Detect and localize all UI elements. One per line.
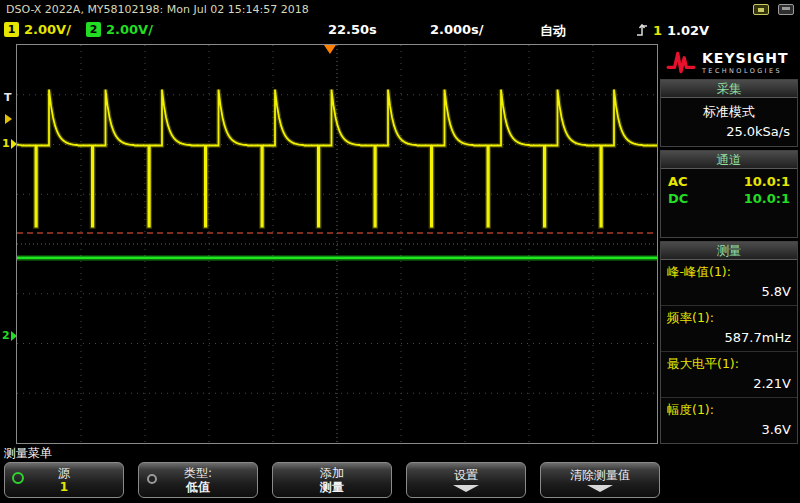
- channel-coupling-row: DC10.0:1: [661, 190, 797, 207]
- channels-panel: 通道 AC10.0:1DC10.0:1: [660, 150, 798, 238]
- trigger-level-marker-icon: [5, 114, 12, 124]
- measurement-rows: 峰-峰值(1):5.8V频率(1):587.7mHz最大电平(1):2.21V幅…: [661, 260, 797, 443]
- menu-title: 测量菜单: [4, 445, 796, 462]
- channel2-ground-label: 2: [2, 330, 10, 342]
- channel1-ground-marker: 1: [2, 138, 17, 150]
- chevron-down-icon: [453, 485, 479, 492]
- instrument-title: DSO-X 2022A, MY58102198: Mon Jul 02 15:1…: [6, 3, 309, 16]
- coupling-label: AC: [668, 174, 688, 189]
- softkey-top-label: 类型:: [184, 466, 212, 480]
- softkey-bottom-label: 测量: [320, 480, 344, 494]
- measurement-label: 幅度(1):: [667, 402, 791, 419]
- softkey-top-label: 设置: [454, 468, 478, 482]
- measurement-value: 587.7mHz: [667, 327, 791, 345]
- measurement-label: 频率(1):: [667, 310, 791, 327]
- keysight-spark-icon: [666, 49, 696, 75]
- softkey-menu: 测量菜单 源1类型:低值添加测量设置清除测量值: [0, 444, 800, 503]
- measurement-entry: 峰-峰值(1):5.8V: [661, 260, 797, 306]
- brand-text: KEYSIGHT TECHNOLOGIES: [702, 50, 789, 75]
- waveform-display: [16, 44, 658, 444]
- channel2-badge: 2: [86, 22, 101, 37]
- measurement-value: 5.8V: [667, 281, 791, 299]
- brand-subtitle: TECHNOLOGIES: [702, 67, 789, 75]
- measurement-entry: 最大电平(1):2.21V: [661, 352, 797, 398]
- softkey-bottom-label: 低值: [186, 480, 210, 494]
- acquisition-mode: 标准模式: [661, 98, 797, 121]
- softkey-top-label: 清除测量值: [570, 468, 630, 482]
- acquisition-panel: 采集 标准模式 25.0kSa/s: [660, 79, 798, 147]
- main-area: T 1 2: [0, 44, 800, 444]
- channel2-status: 2 2.00V/: [86, 22, 153, 37]
- keysight-logo: KEYSIGHT TECHNOLOGIES: [660, 44, 798, 76]
- measurement-value: 3.6V: [667, 419, 791, 437]
- oscilloscope-screen: DSO-X 2022A, MY58102198: Mon Jul 02 15:1…: [0, 0, 800, 503]
- softkey-bar: 源1类型:低值添加测量设置清除测量值: [4, 462, 660, 498]
- trigger-mode: 自动: [540, 22, 566, 40]
- coupling-label: DC: [668, 191, 688, 206]
- channel2-scale: 2.00V/: [106, 22, 153, 37]
- softkey-bottom-label: 1: [60, 480, 68, 494]
- measurements-panel: 测量 峰-峰值(1):5.8V频率(1):587.7mHz最大电平(1):2.2…: [660, 241, 798, 444]
- time-position: 22.50s: [328, 22, 377, 37]
- channel1-badge: 1: [4, 22, 19, 37]
- channels-header: 通道: [661, 151, 797, 169]
- trigger-level: 1.02V: [667, 23, 709, 38]
- ring-icon: [147, 474, 157, 484]
- acquisition-header: 采集: [661, 80, 797, 98]
- channel-coupling-row: AC10.0:1: [661, 173, 797, 190]
- channels-rows: AC10.0:1DC10.0:1: [661, 169, 797, 237]
- channel1-status: 1 2.00V/: [4, 22, 71, 37]
- time-scale: 2.000s/: [430, 22, 484, 37]
- channel2-ground-marker: 2: [2, 330, 17, 342]
- measurement-entry: 频率(1):587.7mHz: [661, 306, 797, 352]
- scope-svg: [17, 45, 657, 443]
- trigger-source: 1: [653, 23, 662, 38]
- brand-name: KEYSIGHT: [702, 50, 789, 66]
- probe-ratio: 10.0:1: [744, 191, 790, 206]
- cycle-icon: [12, 472, 24, 484]
- chevron-down-icon: [587, 485, 613, 492]
- softkey-clear-measurements[interactable]: 清除测量值: [540, 462, 660, 498]
- softkey-top-label: 添加: [320, 466, 344, 480]
- edge-trigger-icon: [636, 22, 648, 38]
- channel1-ground-label: 1: [2, 138, 10, 150]
- disk-icon: [753, 4, 769, 15]
- softkey-top-label: 源: [58, 466, 70, 480]
- measurement-label: 最大电平(1):: [667, 356, 791, 373]
- measurements-header: 测量: [661, 242, 797, 260]
- measurement-entry: 幅度(1):3.6V: [661, 398, 797, 443]
- trigger-position-marker-icon: [324, 45, 336, 54]
- measurement-label: 峰-峰值(1):: [667, 264, 791, 281]
- status-bar: 1 2.00V/ 2 2.00V/ 22.50s 2.000s/ 自动 1 1.…: [0, 18, 800, 44]
- measurement-value: 2.21V: [667, 373, 791, 391]
- printer-icon: [778, 4, 794, 15]
- sample-rate: 25.0kSa/s: [661, 121, 797, 146]
- softkey-settings[interactable]: 设置: [406, 462, 526, 498]
- softkey-source[interactable]: 源1: [4, 462, 124, 498]
- probe-ratio: 10.0:1: [744, 174, 790, 189]
- left-marker-column: T 1 2: [0, 44, 16, 444]
- title-bar: DSO-X 2022A, MY58102198: Mon Jul 02 15:1…: [0, 0, 800, 18]
- softkey-add-measurement[interactable]: 添加测量: [272, 462, 392, 498]
- softkey-type[interactable]: 类型:低值: [138, 462, 258, 498]
- trigger-status: 1 1.02V: [636, 22, 709, 38]
- trigger-t-label: T: [4, 92, 12, 104]
- info-sidebar: KEYSIGHT TECHNOLOGIES 采集 标准模式 25.0kSa/s …: [660, 44, 800, 444]
- channel1-scale: 2.00V/: [24, 22, 71, 37]
